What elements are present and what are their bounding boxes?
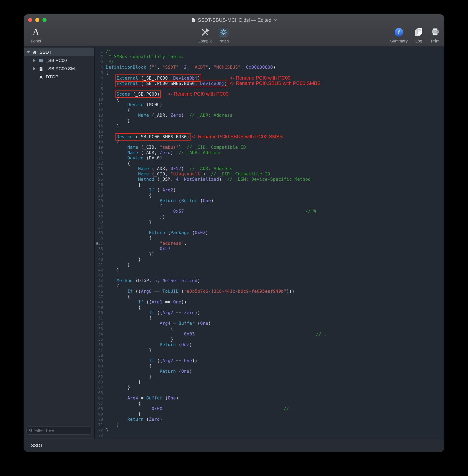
code-line: 58 xyxy=(95,353,444,358)
code-line: 2 * SMBus compatibility table. xyxy=(95,54,444,59)
code-token: If xyxy=(138,299,144,304)
code-token: ( xyxy=(189,230,195,235)
titlebar[interactable]: SSDT-SBUS-MCHC.dsl — Edited xyxy=(24,14,444,25)
code-line: 36 { xyxy=(95,235,444,241)
code-token: One xyxy=(181,369,189,374)
line-number: 38 xyxy=(95,246,106,251)
house-icon xyxy=(32,49,38,55)
code-token: Return xyxy=(160,342,176,347)
code-token: , xyxy=(187,65,192,70)
code-line: 4DefinitionBlock ("", "SSDT", 2, "ACDT",… xyxy=(95,65,444,70)
code-token: Arg4 xyxy=(160,321,171,326)
code-token xyxy=(106,299,138,304)
line-number: 4 xyxy=(95,65,106,70)
code-token: (_ADR, xyxy=(149,113,170,118)
code-token: ( xyxy=(154,188,160,193)
code-token: ) xyxy=(181,166,189,171)
code-line: 72} xyxy=(95,427,444,433)
code-token xyxy=(106,406,152,411)
disclosure-down-icon[interactable] xyxy=(27,51,30,53)
code-token: DeviceObj xyxy=(200,81,224,86)
code-token: If xyxy=(149,310,154,315)
line-number: 72 xyxy=(95,427,106,433)
code-token xyxy=(189,134,192,139)
line-number: 12 xyxy=(95,107,106,113)
code-line: 43 xyxy=(95,273,444,278)
code-token: ( xyxy=(176,369,181,374)
disclosure-right-icon[interactable] xyxy=(33,67,36,70)
document-proxy-icon[interactable] xyxy=(191,18,196,23)
line-number: 14 xyxy=(95,118,106,123)
fonts-icon: A xyxy=(32,26,39,38)
code-token: { xyxy=(106,326,173,331)
disclosure-right-icon[interactable] xyxy=(33,59,36,62)
code-token: Buffer xyxy=(181,198,197,203)
line-number: 21 xyxy=(95,155,106,161)
code-token: (_ADR, xyxy=(149,166,170,171)
line-number: 7 xyxy=(95,81,106,86)
code-token xyxy=(106,310,149,315)
line-number: 68 xyxy=(95,406,106,411)
code-line: 19 Name (_CID, "smbus") // _CID: Compati… xyxy=(95,145,444,150)
line-number: 29 xyxy=(95,198,106,203)
sidebar-item-sb-pc00[interactable]: _SB.PC00 xyxy=(24,56,94,65)
code-token: One xyxy=(200,321,208,326)
line-number: 32 xyxy=(95,214,106,219)
filter-tree-input[interactable] xyxy=(34,428,90,433)
code-token: } xyxy=(106,348,152,353)
code-token: , xyxy=(179,177,184,182)
printer-icon xyxy=(431,26,440,38)
code-token: ) xyxy=(208,321,211,326)
code-token: ) xyxy=(205,230,208,235)
rename-annotation: <- Rename PCI0 with PC00 xyxy=(230,75,290,81)
title-menu-chevron-icon[interactable] xyxy=(274,19,277,21)
rename-highlight-box: Scope (_SB.PC00) xyxy=(117,92,160,97)
line-marker-dot[interactable] xyxy=(96,242,98,245)
code-token: (( xyxy=(154,310,162,315)
code-token: } xyxy=(106,385,130,390)
line-number: 24 xyxy=(95,171,106,177)
code-token: Name xyxy=(127,145,138,150)
code-token: // _ADR: Address xyxy=(179,150,222,155)
code-token xyxy=(106,145,127,150)
sidebar-item-sb-pc00-sm[interactable]: _SB.PC00.SM... xyxy=(24,65,94,73)
code-token: 0x03 xyxy=(184,332,195,337)
line-number: 58 xyxy=(95,353,106,358)
code-editor[interactable]: 1/*2 * SMBus compatibility table.3 */4De… xyxy=(95,46,444,439)
code-token: One xyxy=(181,342,189,347)
print-button[interactable]: Print xyxy=(423,26,444,44)
code-token: Device xyxy=(117,134,133,139)
line-number: 65 xyxy=(95,390,106,395)
line-number: 52 xyxy=(95,321,106,326)
code-line: 1/* xyxy=(95,49,444,54)
line-number: 13 xyxy=(95,113,106,118)
code-token xyxy=(106,241,160,246)
line-number: 31 xyxy=(95,209,106,214)
code-token: } xyxy=(106,380,141,385)
line-number: 16 xyxy=(95,129,106,134)
code-token: { xyxy=(106,161,130,166)
code-token: // _CID: Compatible ID xyxy=(187,145,246,150)
code-line: 11 Device (MCHC) xyxy=(95,102,444,107)
code-line: 65 xyxy=(95,390,444,395)
code-token: { xyxy=(106,401,141,406)
code-line: 28 { xyxy=(95,193,444,198)
code-token: { xyxy=(106,236,152,240)
code-line: 26 { xyxy=(95,182,444,187)
code-token: 2 xyxy=(184,65,187,70)
patch-button[interactable]: Patch xyxy=(211,26,236,44)
code-token: = xyxy=(170,321,178,326)
code-token xyxy=(106,198,160,203)
code-line: 64 } xyxy=(95,385,444,390)
patch-label: Patch xyxy=(218,39,229,44)
line-number: 27 xyxy=(95,187,106,193)
sidebar-item-dtgp[interactable]: DTGP xyxy=(24,73,94,81)
code-token xyxy=(106,332,184,337)
code-token: 0x00 xyxy=(152,406,162,411)
line-number: 40 xyxy=(95,257,106,262)
filter-tree-field[interactable] xyxy=(27,426,91,434)
code-token xyxy=(106,113,138,118)
fonts-button[interactable]: A Fonts xyxy=(24,26,48,44)
code-line: 57 } xyxy=(95,347,444,353)
sidebar-item-ssdt[interactable]: SSDT xyxy=(24,48,94,56)
